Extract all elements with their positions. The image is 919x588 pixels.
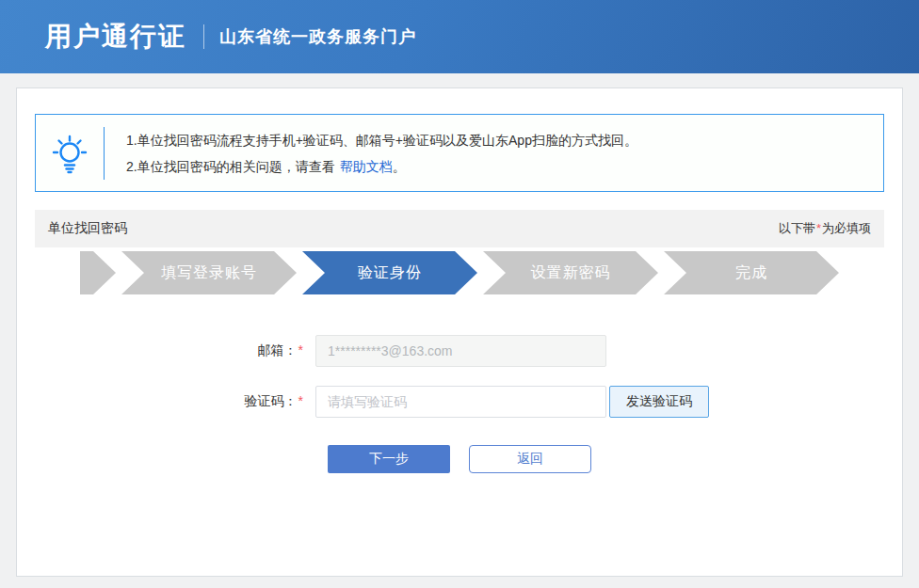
code-row: 验证码：* 发送验证码 xyxy=(35,386,884,418)
form-actions: 下一步 返回 xyxy=(328,445,884,473)
step-complete: 完成 xyxy=(664,251,839,294)
verification-code-input[interactable] xyxy=(315,386,606,418)
header-divider xyxy=(203,24,204,49)
email-required-asterisk: * xyxy=(298,342,303,358)
email-label: 邮箱：* xyxy=(35,342,304,359)
section-bar: 单位找回密码 以下带*为必填项 xyxy=(35,210,884,247)
main-card: 1.单位找回密码流程支持手机+验证码、邮箱号+验证码以及爱山东App扫脸的方式找… xyxy=(16,87,903,577)
email-input[interactable] xyxy=(315,335,606,367)
tip-box: 1.单位找回密码流程支持手机+验证码、邮箱号+验证码以及爱山东App扫脸的方式找… xyxy=(35,114,884,192)
required-asterisk: * xyxy=(816,221,821,235)
step-lead-arrow xyxy=(80,251,116,294)
code-required-asterisk: * xyxy=(298,393,303,408)
step-verify-identity: 验证身份 xyxy=(302,251,477,294)
step-fill-account: 填写登录账号 xyxy=(121,251,297,294)
back-button[interactable]: 返回 xyxy=(469,445,591,473)
required-note: 以下带*为必填项 xyxy=(779,220,871,237)
tip-line-2: 2.单位找回密码的相关问题，请查看帮助文档。 xyxy=(126,153,637,180)
step-wizard: 填写登录账号 验证身份 设置新密码 完成 xyxy=(35,251,884,294)
email-row: 邮箱：* xyxy=(35,335,884,367)
help-doc-link[interactable]: 帮助文档 xyxy=(340,159,393,174)
step-set-password: 设置新密码 xyxy=(483,251,658,294)
next-button[interactable]: 下一步 xyxy=(328,445,450,473)
code-label: 验证码：* xyxy=(35,393,304,410)
lightbulb-icon xyxy=(36,132,104,175)
app-header: 用户通行证 山东省统一政务服务门户 xyxy=(0,0,919,73)
tip-line-1: 1.单位找回密码流程支持手机+验证码、邮箱号+验证码以及爱山东App扫脸的方式找… xyxy=(126,127,637,153)
section-title: 单位找回密码 xyxy=(48,220,127,237)
portal-subtitle: 山东省统一政务服务门户 xyxy=(219,25,416,48)
send-code-button[interactable]: 发送验证码 xyxy=(609,386,709,418)
tip-text: 1.单位找回密码流程支持手机+验证码、邮箱号+验证码以及爱山东App扫脸的方式找… xyxy=(105,127,637,180)
app-title: 用户通行证 xyxy=(45,19,186,55)
verify-form: 邮箱：* 验证码：* 发送验证码 下一步 返回 xyxy=(35,335,884,473)
